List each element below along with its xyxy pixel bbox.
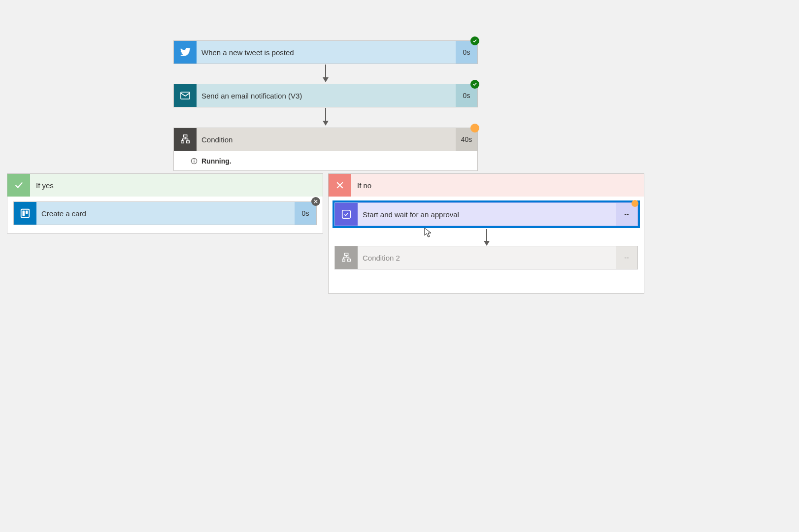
svg-rect-0	[181, 92, 190, 99]
twitter-icon	[174, 41, 197, 64]
info-icon	[191, 158, 198, 165]
svg-rect-12	[342, 259, 345, 262]
step-duration: --	[616, 246, 637, 269]
step-approval-selected[interactable]: Start and wait for an approval --	[333, 200, 640, 228]
svg-rect-1	[183, 135, 187, 137]
svg-rect-10	[342, 210, 351, 219]
flow-arrow-icon	[325, 108, 326, 122]
close-icon	[329, 174, 351, 197]
check-icon	[7, 174, 30, 197]
step-label: Create a card	[41, 209, 86, 218]
approval-icon	[335, 203, 358, 226]
branch-yes-header[interactable]: If yes	[7, 174, 323, 197]
cancel-badge-icon[interactable]	[311, 197, 320, 206]
success-badge-icon	[470, 36, 479, 45]
condition-status-bar: Running.	[174, 151, 477, 170]
svg-rect-9	[26, 211, 28, 214]
svg-rect-6	[194, 159, 194, 160]
step-duration: 0s	[295, 202, 316, 225]
step-label: When a new tweet is posted	[201, 48, 294, 57]
svg-rect-7	[21, 209, 30, 218]
step-condition-2-disabled: Condition 2 --	[334, 246, 638, 269]
trello-icon	[14, 202, 36, 225]
email-icon	[174, 84, 197, 107]
branch-if-yes: If yes Create a card 0s	[7, 173, 323, 233]
flow-arrow-icon	[486, 229, 487, 242]
svg-rect-8	[23, 211, 25, 216]
step-tweet-trigger[interactable]: When a new tweet is posted 0s	[173, 40, 478, 64]
step-condition[interactable]: Condition 40s Running.	[173, 128, 478, 171]
step-email-action[interactable]: Send an email notification (V3) 0s	[173, 84, 478, 107]
step-label: Start and wait for an approval	[363, 210, 459, 219]
branch-no-header[interactable]: If no	[329, 174, 644, 197]
step-label: Condition 2	[363, 254, 400, 262]
flow-arrow-icon	[325, 65, 326, 78]
svg-rect-11	[344, 253, 348, 256]
step-label: Send an email notification (V3)	[201, 92, 302, 100]
branch-title: If yes	[30, 181, 54, 190]
svg-rect-13	[348, 259, 351, 262]
svg-rect-3	[187, 141, 190, 143]
step-trello-create-card[interactable]: Create a card 0s	[13, 201, 317, 225]
branch-if-no: If no Start and wait for an approval -- …	[328, 173, 644, 294]
running-badge-icon	[632, 200, 638, 207]
svg-rect-2	[181, 141, 184, 143]
step-label: Condition	[201, 135, 233, 144]
running-badge-icon	[470, 124, 479, 133]
condition-icon	[174, 128, 197, 151]
success-badge-icon	[470, 80, 479, 89]
condition-icon	[335, 246, 358, 269]
status-text: Running.	[201, 157, 232, 165]
svg-rect-5	[194, 160, 194, 162]
branch-title: If no	[351, 181, 371, 190]
